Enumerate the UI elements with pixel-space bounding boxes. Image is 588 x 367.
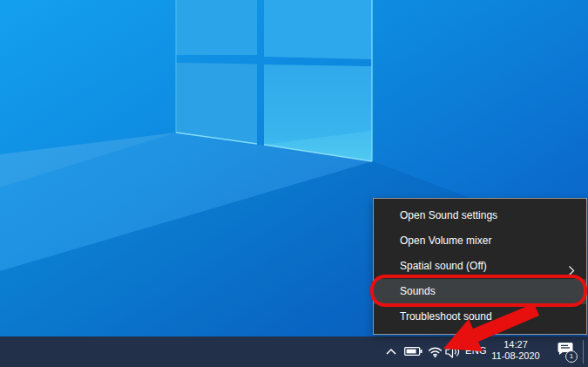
menu-item-label: Spatial sound (Off) bbox=[400, 260, 487, 272]
show-hidden-icons-chevron-icon[interactable] bbox=[385, 347, 397, 357]
volume-icon[interactable] bbox=[445, 345, 462, 358]
menu-item-open-sound-settings[interactable]: Open Sound settings bbox=[374, 203, 586, 228]
menu-item-label: Troubleshoot sound bbox=[400, 310, 492, 323]
taskbar-clock[interactable]: 14:27 11-08-2020 bbox=[489, 339, 543, 362]
notification-badge: 1 bbox=[565, 350, 578, 363]
menu-item-label: Open Sound settings bbox=[400, 209, 497, 221]
menu-item-label: Open Volume mixer bbox=[400, 234, 491, 247]
wifi-icon[interactable] bbox=[428, 346, 443, 357]
show-desktop-separator[interactable] bbox=[583, 340, 584, 364]
action-center-icon[interactable]: 1 bbox=[556, 340, 582, 364]
clock-time: 14:27 bbox=[489, 339, 543, 350]
windows-logo bbox=[176, 0, 372, 161]
menu-item-troubleshoot-sound[interactable]: Troubleshoot sound bbox=[374, 304, 586, 330]
battery-icon[interactable] bbox=[404, 346, 422, 357]
language-indicator[interactable]: ENG bbox=[465, 345, 487, 356]
menu-item-open-volume-mixer[interactable]: Open Volume mixer bbox=[374, 228, 586, 254]
menu-item-sounds[interactable]: Sounds bbox=[374, 279, 586, 304]
menu-item-label: Sounds bbox=[400, 285, 436, 297]
menu-item-spatial-sound[interactable]: Spatial sound (Off) bbox=[374, 254, 586, 279]
clock-date: 11-08-2020 bbox=[489, 350, 543, 362]
windows-desktop: { "context_menu": { "items": [ {"label":… bbox=[0, 0, 588, 367]
taskbar: ENG 14:27 11-08-2020 1 bbox=[0, 336, 588, 367]
volume-context-menu: Open Sound settings Open Volume mixer Sp… bbox=[373, 198, 587, 335]
